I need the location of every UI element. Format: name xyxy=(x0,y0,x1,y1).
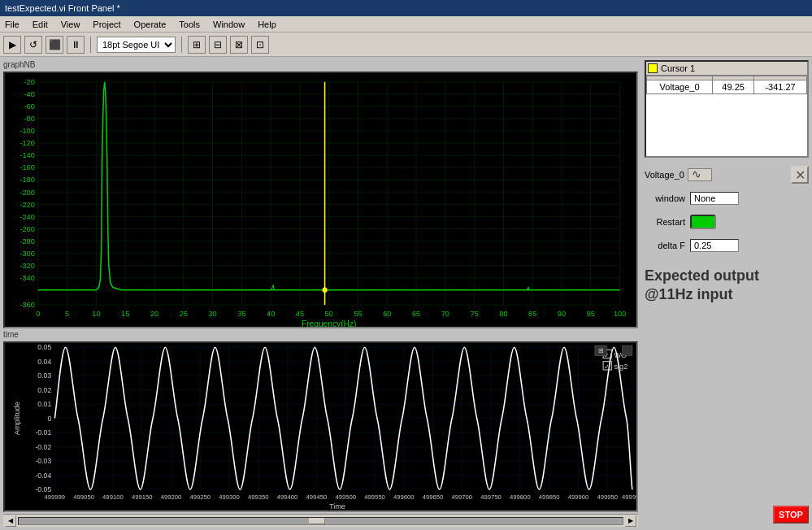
svg-text:10: 10 xyxy=(92,309,100,318)
svg-text:45: 45 xyxy=(296,309,304,318)
window-value[interactable]: None xyxy=(690,192,739,205)
main-content: graphNB xyxy=(0,57,812,530)
time-chart-svg: 0.05 0.04 0.03 0.02 0.01 0 -0.01 -0.02 -… xyxy=(5,343,636,510)
restart-label: Restart xyxy=(645,217,685,227)
cursor-y-1: -341.27 xyxy=(754,80,807,94)
svg-text:499550: 499550 xyxy=(364,493,385,501)
svg-rect-0 xyxy=(5,73,636,327)
menu-bar: File Edit View Project Operate Tools Win… xyxy=(0,16,812,33)
restart-toggle[interactable] xyxy=(690,215,716,229)
svg-text:499999: 499999 xyxy=(622,493,636,501)
svg-text:95: 95 xyxy=(587,309,595,318)
deltaf-control-row: delta F 0.25 xyxy=(645,239,809,252)
scroll-right-button[interactable]: ▶ xyxy=(625,515,636,527)
svg-text:-0.03: -0.03 xyxy=(35,457,51,465)
svg-text:85: 85 xyxy=(528,309,536,318)
cursor-color-box xyxy=(648,63,658,73)
fft-chart-svg: -20 -40 -60 -80 -100 -120 -140 -160 -180… xyxy=(5,73,636,327)
svg-text:0.05: 0.05 xyxy=(37,343,51,351)
left-panel: graphNB xyxy=(0,57,641,530)
svg-text:499400: 499400 xyxy=(277,493,298,501)
svg-text:⊞: ⊞ xyxy=(598,347,604,354)
time-chart[interactable]: 0.05 0.04 0.03 0.02 0.01 0 -0.01 -0.02 -… xyxy=(3,341,638,512)
time-chart-label: time xyxy=(3,330,638,339)
svg-text:0.03: 0.03 xyxy=(37,371,51,380)
svg-text:0.02: 0.02 xyxy=(37,386,51,394)
title-text: testExpected.vi Front Panel * xyxy=(5,3,120,13)
menu-project[interactable]: Project xyxy=(91,20,122,29)
svg-text:499250: 499250 xyxy=(189,493,211,501)
menu-view[interactable]: View xyxy=(59,20,82,29)
abort-button[interactable]: ⬛ xyxy=(46,36,63,54)
svg-text:499900: 499900 xyxy=(568,493,589,501)
close-cursor-button[interactable]: ✕ xyxy=(791,166,809,184)
expected-output: Expected output @11Hz input xyxy=(645,267,809,305)
stop-button[interactable]: STOP xyxy=(773,506,809,523)
svg-text:100: 100 xyxy=(614,309,626,318)
deltaf-value[interactable]: 0.25 xyxy=(690,239,739,252)
svg-text:-360: -360 xyxy=(20,300,34,309)
distribute-button[interactable]: ⊟ xyxy=(209,36,227,54)
pause-button[interactable]: ⏸ xyxy=(67,36,85,54)
svg-text:0.04: 0.04 xyxy=(37,358,51,366)
svg-text:499100: 499100 xyxy=(102,493,124,501)
toolbar-separator-1 xyxy=(90,37,91,53)
cursor-header-row: Cursor 1 xyxy=(646,62,807,76)
font-selector[interactable]: 18pt Segoe UI xyxy=(97,37,176,53)
svg-text:-300: -300 xyxy=(20,249,34,258)
title-bar: testExpected.vi Front Panel * xyxy=(0,0,812,16)
right-panel: Cursor 1 Voltage_0 49.25 -341.27 xyxy=(641,57,812,530)
svg-text:25: 25 xyxy=(180,309,188,318)
svg-text:499700: 499700 xyxy=(452,493,473,501)
menu-file[interactable]: File xyxy=(3,20,21,29)
svg-text:499350: 499350 xyxy=(248,493,269,501)
cursor-row-1: Voltage_0 49.25 -341.27 xyxy=(647,80,807,94)
svg-text:60: 60 xyxy=(383,309,391,318)
svg-text:499800: 499800 xyxy=(510,493,531,501)
svg-text:80: 80 xyxy=(499,309,507,318)
svg-text:90: 90 xyxy=(558,309,566,318)
svg-text:40: 40 xyxy=(267,309,275,318)
menu-tools[interactable]: Tools xyxy=(177,20,202,29)
window-label: window xyxy=(645,193,685,203)
svg-text:-40: -40 xyxy=(24,89,35,98)
expected-output-line1: Expected output xyxy=(645,267,759,284)
scroll-thumb[interactable] xyxy=(309,518,325,524)
svg-text:-260: -260 xyxy=(20,224,34,233)
menu-operate[interactable]: Operate xyxy=(132,20,168,29)
scroll-left-button[interactable]: ◀ xyxy=(5,515,16,527)
svg-text:0: 0 xyxy=(36,309,40,318)
scroll-track[interactable] xyxy=(18,517,623,525)
menu-window[interactable]: Window xyxy=(211,20,246,29)
menu-help[interactable]: Help xyxy=(256,20,278,29)
resize-button[interactable]: ⊠ xyxy=(230,36,248,54)
run-continuously-button[interactable]: ↺ xyxy=(24,36,42,54)
cursor-name-1: Voltage_0 xyxy=(647,80,713,94)
svg-text:35: 35 xyxy=(237,309,245,318)
menu-edit[interactable]: Edit xyxy=(31,20,50,29)
voltage-row: Voltage_0 ✕ xyxy=(645,166,809,184)
svg-text:-20: -20 xyxy=(24,77,35,86)
waveform-icon[interactable] xyxy=(688,168,712,181)
reorder-button[interactable]: ⊡ xyxy=(251,36,269,54)
svg-text:-0.04: -0.04 xyxy=(35,471,51,480)
svg-text:Time: Time xyxy=(329,502,345,510)
cursor-header-label: Cursor 1 xyxy=(661,63,695,73)
svg-text:Amplitude: Amplitude xyxy=(13,402,21,435)
svg-text:-140: -140 xyxy=(20,150,34,159)
svg-text:499450: 499450 xyxy=(306,493,328,501)
window-control-row: window None xyxy=(645,192,809,205)
svg-text:-120: -120 xyxy=(20,138,34,147)
svg-text:499150: 499150 xyxy=(132,493,153,501)
svg-text:-340: -340 xyxy=(20,273,34,282)
cursor-table: Voltage_0 49.25 -341.27 xyxy=(646,76,807,94)
bottom-scrollbar: ◀ ▶ xyxy=(3,514,638,527)
expected-output-line2: @11Hz input xyxy=(645,286,733,302)
run-button[interactable]: ▶ xyxy=(3,36,21,54)
toolbar-separator-2 xyxy=(181,37,182,53)
toolbar: ▶ ↺ ⬛ ⏸ 18pt Segoe UI ⊞ ⊟ ⊠ ⊡ xyxy=(0,33,812,57)
svg-text:75: 75 xyxy=(471,309,479,318)
cursor-table-container: Cursor 1 Voltage_0 49.25 -341.27 xyxy=(645,60,809,158)
align-button[interactable]: ⊞ xyxy=(188,36,206,54)
fft-chart[interactable]: -20 -40 -60 -80 -100 -120 -140 -160 -180… xyxy=(3,72,638,328)
